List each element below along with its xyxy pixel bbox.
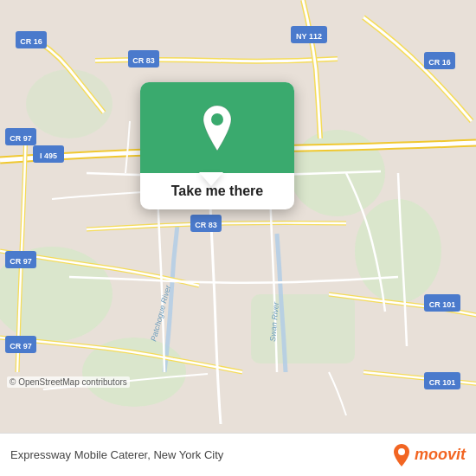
svg-point-33 [398, 448, 405, 455]
svg-rect-5 [251, 294, 355, 363]
svg-text:CR 97: CR 97 [10, 134, 32, 143]
svg-text:CR 83: CR 83 [132, 56, 155, 65]
svg-text:CR 97: CR 97 [10, 257, 32, 266]
svg-text:I 495: I 495 [40, 151, 57, 160]
svg-text:CR 16: CR 16 [428, 58, 451, 67]
svg-point-4 [355, 199, 441, 303]
svg-text:NY 112: NY 112 [296, 32, 322, 41]
bottom-bar: Expressway Mobile Caterer, New York City… [0, 433, 476, 476]
popup-green-area [140, 82, 294, 173]
place-label: Expressway Mobile Caterer, New York City [10, 448, 223, 461]
popup-caret [199, 172, 223, 186]
moovit-pin-icon [392, 443, 411, 467]
moovit-brand-text: moovit [415, 446, 466, 464]
svg-text:CR 101: CR 101 [429, 300, 456, 309]
popup-card[interactable]: Take me there [140, 82, 294, 209]
svg-text:CR 97: CR 97 [10, 342, 32, 351]
svg-text:CR 101: CR 101 [429, 378, 456, 387]
svg-point-32 [211, 113, 223, 125]
copyright-text: © OpenStreetMap contributors [7, 376, 130, 388]
svg-text:CR 16: CR 16 [20, 37, 42, 46]
map-container[interactable]: CR 16 CR 83 NY 112 CR 16 I 495 CR 97 CR … [0, 0, 476, 433]
moovit-logo: moovit [392, 443, 466, 467]
svg-text:CR 83: CR 83 [195, 221, 217, 229]
location-pin-icon [198, 104, 236, 152]
